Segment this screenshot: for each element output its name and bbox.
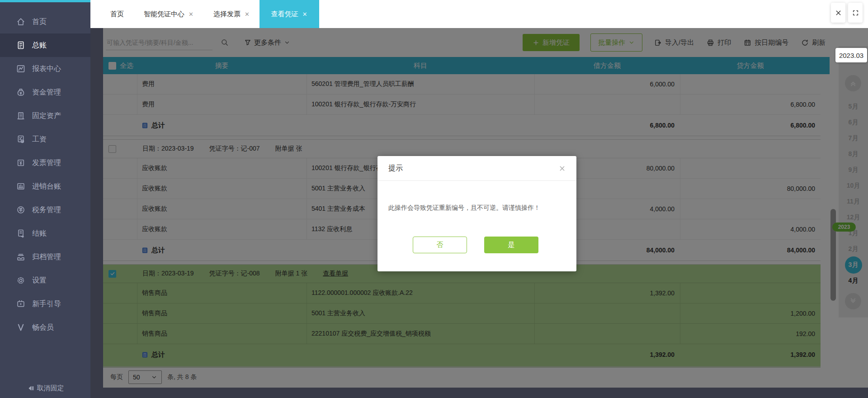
sidebar-item-8[interactable]: 进销台账 xyxy=(0,175,90,198)
sidebar-item-10[interactable]: 结账 xyxy=(0,222,90,245)
funds-icon xyxy=(16,88,25,97)
dialog-no-button[interactable]: 否 xyxy=(413,237,467,253)
report-icon xyxy=(16,64,25,73)
member-icon xyxy=(16,323,25,332)
sidebar-item-6[interactable]: 工资 xyxy=(0,128,90,151)
sidebar-collapse-button[interactable]: 取消固定 xyxy=(0,384,90,393)
close-icon xyxy=(835,9,842,16)
sidebar-item-13[interactable]: 新手引导 xyxy=(0,292,90,316)
sidebar: 首页总账报表中心资金管理固定资产工资发票管理进销台账税务管理结账归档管理设置新手… xyxy=(0,0,90,398)
sidebar-item-label: 归档管理 xyxy=(32,252,61,262)
tab-1[interactable]: 首页 xyxy=(100,0,134,28)
ledger-icon xyxy=(16,41,25,50)
sidebar-item-5[interactable]: 固定资产 xyxy=(0,104,90,128)
sidebar-item-label: 工资 xyxy=(32,135,47,144)
payroll-icon xyxy=(16,135,25,144)
sidebar-item-label: 税务管理 xyxy=(32,205,61,215)
sidebar-item-11[interactable]: 归档管理 xyxy=(0,245,90,269)
dialog-yes-button[interactable]: 是 xyxy=(484,237,538,253)
settings-icon xyxy=(16,276,25,285)
dialog-close-icon[interactable] xyxy=(559,165,566,172)
tab-4[interactable]: 查看凭证✕ xyxy=(259,0,319,28)
main-area: 首页智能凭证中心✕选择发票✕查看凭证✕ 更多条件 xyxy=(90,0,868,398)
window-fullscreen-button[interactable] xyxy=(848,3,863,23)
window-close-button[interactable] xyxy=(831,3,845,23)
sidebar-item-2[interactable]: 总账 xyxy=(0,33,90,57)
confirm-dialog: 提示 此操作会导致凭证重新编号，且不可逆。请谨慎操作！ 否 是 xyxy=(377,156,576,271)
sidebar-item-label: 进销台账 xyxy=(32,182,61,191)
tab-close-icon[interactable]: ✕ xyxy=(245,11,250,18)
sidebar-collapse-label: 取消固定 xyxy=(37,384,64,393)
tab-label: 选择发票 xyxy=(213,10,241,19)
tab-close-icon[interactable]: ✕ xyxy=(302,11,307,18)
sidebar-item-label: 固定资产 xyxy=(32,111,61,121)
sidebar-item-label: 新手引导 xyxy=(32,299,61,309)
archive-icon xyxy=(16,252,25,261)
sidebar-item-3[interactable]: 报表中心 xyxy=(0,57,90,81)
invoice-icon xyxy=(16,158,25,167)
tab-label: 查看凭证 xyxy=(271,10,298,19)
sidebar-item-1[interactable]: 首页 xyxy=(0,10,90,33)
tab-label: 首页 xyxy=(110,10,124,19)
home-icon xyxy=(16,17,25,26)
sidebar-menu: 首页总账报表中心资金管理固定资产工资发票管理进销台账税务管理结账归档管理设置新手… xyxy=(0,10,90,339)
guide-icon xyxy=(16,299,25,308)
assets-icon xyxy=(16,111,25,120)
tab-3[interactable]: 选择发票✕ xyxy=(203,0,259,28)
sidebar-item-7[interactable]: 发票管理 xyxy=(0,151,90,175)
sidebar-item-label: 报表中心 xyxy=(32,64,61,74)
dialog-buttons: 否 是 xyxy=(377,237,576,253)
sidebar-item-label: 资金管理 xyxy=(32,88,61,97)
sidebar-item-label: 畅会员 xyxy=(32,323,54,332)
sidebar-item-14[interactable]: 畅会员 xyxy=(0,316,90,339)
collapse-pin-icon xyxy=(27,384,34,392)
sidebar-item-label: 总账 xyxy=(32,41,47,50)
closing-icon xyxy=(16,229,25,238)
dialog-message: 此操作会导致凭证重新编号，且不可逆。请谨慎操作！ xyxy=(377,203,576,213)
fullscreen-icon xyxy=(852,9,859,16)
sidebar-item-label: 发票管理 xyxy=(32,158,61,168)
tax-icon xyxy=(16,205,25,214)
dialog-header: 提示 xyxy=(377,156,576,181)
dialog-title: 提示 xyxy=(388,164,403,173)
sidebar-item-label: 首页 xyxy=(32,17,47,27)
content-area: 更多条件 新增凭证批量操作导入/导出打印按日期编号刷新 全选摘要科目借方金额贷方… xyxy=(90,28,868,398)
tab-2[interactable]: 智能凭证中心✕ xyxy=(134,0,203,28)
current-period-label: 2023.03 xyxy=(835,48,867,62)
sidebar-item-label: 设置 xyxy=(32,276,47,285)
sidebar-item-12[interactable]: 设置 xyxy=(0,269,90,292)
sidebar-top-accent xyxy=(0,0,90,2)
tab-close-icon[interactable]: ✕ xyxy=(189,11,193,18)
sidebar-item-9[interactable]: 税务管理 xyxy=(0,198,90,222)
app-window: 首页总账报表中心资金管理固定资产工资发票管理进销台账税务管理结账归档管理设置新手… xyxy=(0,0,868,398)
tab-label: 智能凭证中心 xyxy=(144,10,184,19)
tab-bar: 首页智能凭证中心✕选择发票✕查看凭证✕ xyxy=(90,0,868,28)
sidebar-item-4[interactable]: 资金管理 xyxy=(0,81,90,104)
inventory-icon xyxy=(16,182,25,191)
sidebar-item-label: 结账 xyxy=(32,229,47,238)
tabs: 首页智能凭证中心✕选择发票✕查看凭证✕ xyxy=(100,0,319,28)
